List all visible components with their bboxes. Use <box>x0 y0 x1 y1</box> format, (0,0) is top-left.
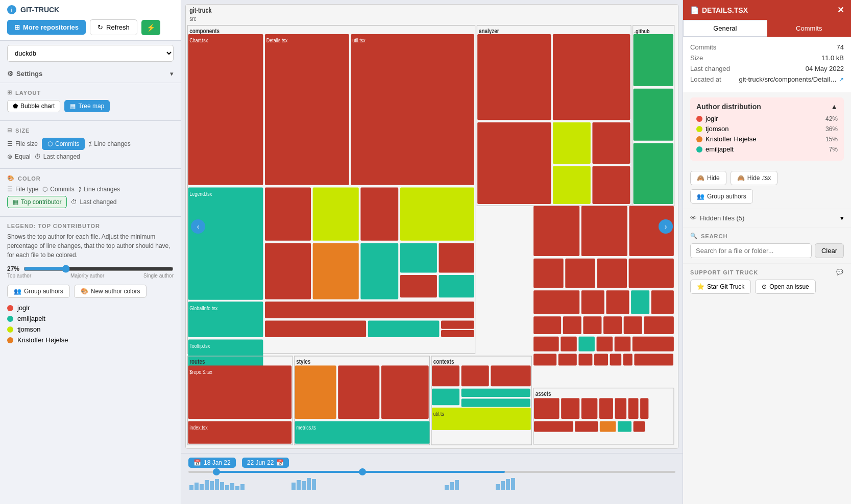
group-authors-panel-button[interactable]: 👥 Group authors <box>690 189 753 204</box>
chevron-up-icon[interactable]: ▲ <box>831 103 838 111</box>
svg-rect-99 <box>603 316 622 334</box>
settings-row[interactable]: ⚙ Settings ▾ <box>0 66 181 82</box>
author-pct-emiljapelt: 7% <box>829 146 838 153</box>
right-panel: 📄 DETAILS.TSX ✕ General Commits Commits … <box>683 0 851 504</box>
svg-rect-87 <box>533 259 564 288</box>
svg-rect-119 <box>210 481 214 490</box>
author-distribution: Author distribution ▲ joglr 42% tjomson … <box>690 97 844 161</box>
svg-rect-121 <box>220 482 224 490</box>
legend-title: LEGEND: TOP CONTRIBUTOR <box>7 223 174 229</box>
svg-rect-117 <box>200 484 204 490</box>
last-changed-detail-label: Last changed <box>690 65 730 72</box>
svg-rect-67 <box>461 399 530 407</box>
search-input[interactable] <box>690 243 812 258</box>
svg-rect-75 <box>599 398 613 419</box>
timeline-thumb-left[interactable] <box>213 468 220 475</box>
info-icon: i <box>7 5 16 14</box>
svg-rect-45 <box>634 89 673 141</box>
svg-text:Details.tsx: Details.tsx <box>266 37 288 43</box>
group-authors-button[interactable]: 👥 Group authors <box>7 285 70 298</box>
hide-button[interactable]: 🙈 Hide <box>690 171 726 185</box>
layout-options: ⬟ Bubble chart ▦ Tree map <box>7 100 174 112</box>
svg-rect-17 <box>265 187 311 240</box>
search-icon: 🔍 <box>690 233 698 239</box>
svg-rect-115 <box>189 485 193 490</box>
timeline-track <box>188 471 675 473</box>
histogram <box>188 475 675 490</box>
author-dist-name-joglr: joglr <box>706 115 718 122</box>
hidden-files-row[interactable]: 👁 Hidden files (5) ▾ <box>683 209 851 227</box>
details-body: Commits 74 Size 11.0 kB Last changed 04 … <box>683 37 851 92</box>
tree-map-button[interactable]: ▦ Tree map <box>64 100 110 112</box>
size-icon: ⊟ <box>7 127 12 134</box>
author-dot-joglr <box>7 305 13 311</box>
svg-rect-40 <box>553 122 591 164</box>
close-icon[interactable]: ✕ <box>837 5 844 15</box>
svg-rect-63 <box>461 366 489 387</box>
divider-2 <box>0 120 181 121</box>
commits-row: Commits 74 <box>690 43 844 51</box>
svg-text:GlobalInfo.tsx: GlobalInfo.tsx <box>189 305 218 311</box>
threshold-slider[interactable] <box>23 265 174 273</box>
tab-general[interactable]: General <box>683 20 767 37</box>
svg-rect-126 <box>291 483 296 490</box>
nav-arrow-right[interactable]: › <box>659 219 673 234</box>
svg-rect-98 <box>583 316 601 334</box>
svg-rect-88 <box>565 259 595 288</box>
svg-rect-44 <box>634 34 673 86</box>
color-options-row1: ☰ File type ⬡ Commits ⁒ Line changes <box>7 186 174 193</box>
svg-rect-64 <box>491 366 530 387</box>
nav-arrow-left[interactable]: ‹ <box>191 219 205 234</box>
svg-rect-34 <box>441 330 474 337</box>
svg-rect-93 <box>606 290 629 314</box>
author-item-kristoffer: Kristoffer Højelse <box>7 336 174 344</box>
commits-color-icon: ⬡ <box>42 186 47 193</box>
linechanges-icon: ⁒ <box>79 186 81 193</box>
chevron-down-icon: ▾ <box>170 70 174 78</box>
changes-icon: ⁒ <box>89 140 91 147</box>
refresh-button[interactable]: ↻ Refresh <box>90 19 137 35</box>
clear-button[interactable]: Clear <box>815 243 844 258</box>
issue-button[interactable]: ⊙ Open an issue <box>755 280 815 294</box>
repos-icon: ⊞ <box>14 23 20 31</box>
external-link-icon[interactable]: ↗ <box>839 76 844 83</box>
bubble-chart-button[interactable]: ⬟ Bubble chart <box>7 100 60 112</box>
clock-icon: ⏱ <box>35 153 41 160</box>
svg-rect-11 <box>265 34 349 185</box>
svg-rect-25 <box>439 243 474 272</box>
layout-title: ⊞ LAYOUT <box>7 89 174 96</box>
more-repos-button[interactable]: ⊞ More repositories <box>7 20 86 35</box>
svg-rect-83 <box>634 421 645 432</box>
new-author-colors-button[interactable]: 🎨 New author colors <box>74 285 147 298</box>
svg-rect-37 <box>477 34 551 120</box>
histogram-svg <box>189 475 674 490</box>
size-section: ⊟ SIZE ☰ File size ⬡ Commits ⁒ Line chan… <box>0 122 181 167</box>
commits-size-button[interactable]: ⬡ Commits <box>42 138 85 150</box>
star-button[interactable]: ⭐ Star Git Truck <box>690 280 751 294</box>
file-type-label: ☰ File type <box>7 186 38 193</box>
svg-rect-94 <box>631 290 649 314</box>
treemap-color-icon: ▦ <box>13 198 18 206</box>
svg-rect-77 <box>628 398 639 419</box>
tab-commits[interactable]: Commits <box>767 20 852 37</box>
treemap-container: ‹ › git-truck src components analyzer .g… <box>181 0 683 453</box>
top-contributor-button[interactable]: ▦ Top contributor <box>7 196 67 208</box>
svg-text:util.ts: util.ts <box>433 411 444 417</box>
alert-button[interactable]: ⚡ <box>141 20 160 35</box>
file-detail-icon: 📄 <box>690 6 699 14</box>
svg-rect-66 <box>461 389 530 397</box>
settings-icon: ⚙ <box>7 70 13 78</box>
svg-rect-84 <box>533 206 579 256</box>
repo-select[interactable]: duckdb <box>7 45 174 62</box>
svg-rect-113 <box>623 354 633 365</box>
timeline-thumb-right[interactable] <box>359 468 366 475</box>
app-title: i GIT-TRUCK <box>7 5 174 14</box>
eye-off-icon: 👁 <box>690 214 697 222</box>
action-buttons-row: 👥 Group authors 🎨 New author colors <box>7 285 174 298</box>
equal-label: ⊜ Equal <box>7 153 31 160</box>
author-row-tjomson: tjomson 36% <box>696 125 838 133</box>
hide-tsx-button[interactable]: 🙈 Hide .tsx <box>731 171 778 185</box>
svg-rect-42 <box>553 166 591 204</box>
svg-rect-96 <box>533 316 561 334</box>
equal-icon: ⊜ <box>7 153 12 160</box>
